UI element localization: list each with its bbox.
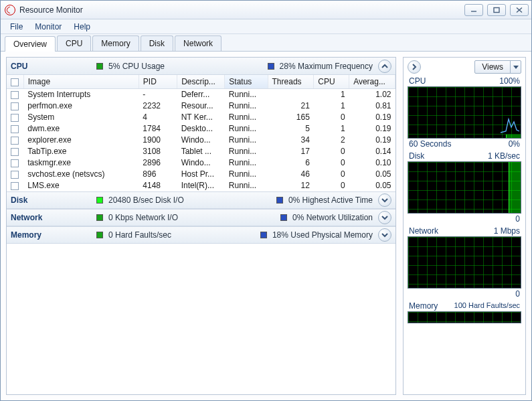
cell-cpu: 0 [314,180,349,191]
cpu-collapse-button[interactable] [378,60,391,73]
menu-help[interactable]: Help [68,21,96,33]
row-checkbox[interactable] [11,182,19,190]
cell-desc: Deskto... [177,123,225,135]
cell-image: TabTip.exe [23,146,139,157]
cell-threads: 17 [268,146,314,157]
cpu-section-header[interactable]: CPU 5% CPU Usage 28% Maximum Frequency [7,58,395,75]
table-row[interactable]: TabTip.exe3108Tablet ...Runni...1700.14 [7,146,395,157]
right-pane-collapse-button[interactable] [408,60,421,74]
memory-expand-button[interactable] [378,228,391,242]
memory-faults-label: 0 Hard Faults/sec [108,230,171,240]
cell-cpu: 1 [314,100,349,112]
network-io-swatch [96,214,103,221]
memory-chart-block: Memory 100 Hard Faults/sec [408,301,521,323]
table-row[interactable]: LMS.exe4148Intel(R)...Runni...1200.05 [7,180,395,191]
cell-avg: 0.19 [349,112,395,123]
checkbox-icon[interactable] [11,78,19,86]
close-button[interactable] [510,4,529,16]
col-threads[interactable]: Threads [268,75,314,89]
network-section-header[interactable]: Network 0 Kbps Network I/O 0% Network Ut… [7,209,395,226]
cell-status: Runni... [225,180,268,191]
left-pane: CPU 5% CPU Usage 28% Maximum Frequency [6,57,396,395]
row-checkbox[interactable] [11,159,19,167]
cell-status: Runni... [225,112,268,123]
row-checkbox[interactable] [11,171,19,179]
memory-used-swatch [260,232,267,238]
menu-file[interactable]: File [5,21,28,33]
row-checkbox[interactable] [11,148,19,156]
disk-io-swatch [96,197,103,204]
row-checkbox[interactable] [11,125,19,133]
col-status[interactable]: Status [225,75,268,89]
cpu-usage-label: 5% CPU Usage [108,62,165,71]
cell-pid: 3108 [139,146,177,157]
tab-memory[interactable]: Memory [92,35,139,51]
memory-chart [408,311,521,323]
cpu-chart-title: CPU [409,76,426,86]
svg-marker-4 [513,66,519,69]
table-row[interactable]: taskmgr.exe2896Windo...Runni...600.10 [7,157,395,169]
row-checkbox[interactable] [11,114,19,122]
app-icon [5,5,15,15]
cell-image: System [23,112,139,123]
memory-section-header[interactable]: Memory 0 Hard Faults/sec 18% Used Physic… [7,226,395,244]
content-area: CPU 5% CPU Usage 28% Maximum Frequency [1,52,531,400]
cell-desc: Intel(R)... [177,180,225,191]
views-dropdown[interactable] [510,61,521,73]
disk-active-swatch [276,197,283,204]
cell-status: Runni... [225,89,268,100]
disk-expand-button[interactable] [378,193,391,207]
memory-chart-title: Memory [409,301,438,311]
table-row[interactable]: System Interrupts-Deferr...Runni...11.02 [7,89,395,100]
col-desc[interactable]: Descrip... [177,75,225,89]
disk-chart-block: Disk 1 KB/sec 0 [408,151,521,224]
table-row[interactable]: dwm.exe1784Deskto...Runni...510.19 [7,123,395,135]
cell-threads: 12 [268,180,314,191]
disk-chart [408,161,521,214]
row-checkbox[interactable] [11,137,19,145]
cpu-chart [408,86,521,139]
row-checkbox[interactable] [11,102,19,110]
tab-disk[interactable]: Disk [141,35,173,51]
cell-image: explorer.exe [23,135,139,146]
tab-overview[interactable]: Overview [5,36,56,52]
row-checkbox[interactable] [11,91,19,99]
table-row[interactable]: svchost.exe (netsvcs)896Host Pr...Runni.… [7,169,395,180]
cell-avg: 1.02 [349,89,395,100]
table-row[interactable]: System4NT Ker...Runni...16500.19 [7,112,395,123]
table-row[interactable]: explorer.exe1900Windo...Runni...3420.19 [7,135,395,146]
cell-threads: 21 [268,100,314,112]
cpu-chart-max: 100% [499,76,520,86]
network-expand-button[interactable] [378,211,391,224]
cell-cpu: 0 [314,169,349,180]
cell-desc: Resour... [177,100,225,112]
disk-section-header[interactable]: Disk 20480 B/sec Disk I/O 0% Highest Act… [7,191,395,209]
memory-faults-swatch [96,232,103,238]
col-avg[interactable]: Averag... [349,75,395,89]
col-image[interactable]: Image [23,75,139,89]
maximize-icon [493,7,501,13]
cell-pid: 896 [139,169,177,180]
cpu-freq-label: 28% Maximum Frequency [280,62,373,71]
table-row[interactable]: perfmon.exe2232Resour...Runni...2110.81 [7,100,395,112]
cell-pid: 4 [139,112,177,123]
cell-cpu: 0 [314,112,349,123]
cell-cpu: 0 [314,157,349,169]
cpu-table-wrap[interactable]: Image PID Descrip... Status Threads CPU … [7,75,395,191]
triangle-down-icon [513,64,519,70]
col-cpu[interactable]: CPU [314,75,349,89]
maximize-button[interactable] [487,4,506,16]
network-util-label: 0% Network Utilization [292,213,373,222]
col-checkbox[interactable] [7,75,23,89]
col-pid[interactable]: PID [139,75,177,89]
cell-avg: 0.14 [349,146,395,157]
views-button[interactable]: Views [474,60,521,74]
cell-status: Runni... [225,157,268,169]
menu-monitor[interactable]: Monitor [29,21,67,33]
memory-section-title: Memory [11,230,91,240]
minimize-button[interactable] [464,4,483,16]
chevron-right-icon [411,64,418,70]
tab-network[interactable]: Network [175,35,221,51]
chevron-down-icon [381,214,388,221]
tab-cpu[interactable]: CPU [57,35,91,51]
